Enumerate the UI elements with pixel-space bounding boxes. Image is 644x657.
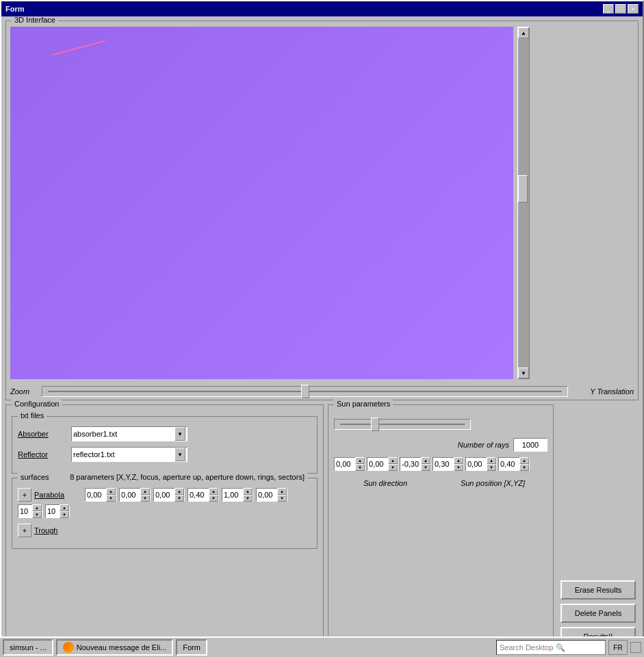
trough-add-button[interactable]: +: [18, 524, 31, 537]
right-buttons: Erase Results Delete Panels Results!!: [558, 404, 639, 652]
absorber-row: Absorber absorber1.txt ▼: [18, 426, 311, 441]
absorber-combo[interactable]: absorber1.txt ▼: [71, 426, 188, 441]
window-content: 3D Interface ▲ ▼ Zoom Y Translatio: [1, 16, 643, 656]
zoom-row: Zoom Y Translation: [6, 383, 638, 400]
sun-spin-down-3[interactable]: ▼: [454, 464, 463, 471]
sun-spin-5[interactable]: 0,40 ▲ ▼: [498, 457, 530, 471]
sun-direction-label: Sun direction: [334, 479, 437, 487]
interface-3d-content: ▲ ▼: [6, 21, 638, 383]
sun-spin-down-1[interactable]: ▼: [388, 464, 398, 471]
maximize-button[interactable]: □: [615, 4, 626, 14]
sun-spin-3[interactable]: 0,30 ▲ ▼: [433, 457, 464, 471]
parabola-spin-5[interactable]: 0,00 ▲ ▼: [256, 488, 287, 502]
taskbar-search-box[interactable]: Search Desktop 🔍: [496, 640, 606, 655]
spin-up-0[interactable]: ▲: [106, 488, 116, 495]
zoom-label: Zoom: [10, 387, 38, 396]
parabola-spin-1[interactable]: 0,00 ▲ ▼: [119, 488, 151, 502]
3d-viewport[interactable]: [10, 27, 513, 379]
spin-down-0[interactable]: ▼: [106, 495, 116, 502]
sun-slider-thumb[interactable]: [371, 417, 379, 431]
parabola-spin-2[interactable]: 0,00 ▲ ▼: [153, 488, 185, 502]
sun-spin-down-4[interactable]: ▼: [487, 464, 496, 471]
parabola-spin-4[interactable]: 1,00 ▲ ▼: [222, 488, 253, 502]
taskbar-form[interactable]: Form: [176, 639, 207, 656]
absorber-combo-arrow[interactable]: ▼: [175, 427, 185, 441]
scroll-thumb[interactable]: [518, 175, 528, 203]
interface-3d-group: 3D Interface ▲ ▼ Zoom Y Translatio: [5, 21, 639, 400]
language-button[interactable]: FR: [608, 640, 628, 655]
spin-up-7[interactable]: ▲: [60, 504, 69, 511]
sun-parameters-group: Sun parameters Number of rays 1000: [328, 404, 554, 652]
spin-down-5[interactable]: ▼: [277, 495, 287, 502]
sun-spin-1[interactable]: 0,00 ▲ ▼: [367, 457, 398, 471]
trough-row: + Trough: [18, 524, 311, 537]
close-button[interactable]: ×: [628, 4, 639, 14]
sun-spin-up-3[interactable]: ▲: [454, 457, 463, 464]
sun-spin-up-1[interactable]: ▲: [388, 457, 398, 464]
spin-down-7[interactable]: ▼: [60, 511, 69, 518]
scroll-down-button[interactable]: ▼: [518, 368, 529, 378]
spin-up-3[interactable]: ▲: [209, 488, 218, 495]
sun-parameters-label: Sun parameters: [334, 400, 393, 408]
sun-spin-up-0[interactable]: ▲: [355, 457, 365, 464]
sun-spin-down-0[interactable]: ▼: [355, 464, 365, 471]
reflector-row: Reflector reflector1.txt ▼: [18, 447, 311, 462]
config-content: txt files Absorber absorber1.txt ▼ Refle…: [6, 405, 323, 554]
parabola-name: Parabola: [34, 491, 82, 499]
sun-spin-up-5[interactable]: ▲: [519, 457, 529, 464]
spin-up-2[interactable]: ▲: [175, 488, 184, 495]
erase-results-button[interactable]: Erase Results: [561, 580, 636, 600]
taskbar-nouveau-label: Nouveau message de Eli...: [77, 643, 166, 652]
sun-position-label: Sun position [X,YZ]: [438, 479, 548, 487]
scroll-track[interactable]: [518, 38, 529, 368]
absorber-label: Absorber: [18, 430, 66, 438]
spin-up-1[interactable]: ▲: [140, 488, 150, 495]
sun-spin-2[interactable]: -0,30 ▲ ▼: [400, 457, 431, 471]
zoom-thumb[interactable]: [301, 385, 309, 398]
taskbar-simsun[interactable]: simsun - ...: [3, 639, 53, 656]
spin-down-1[interactable]: ▼: [140, 495, 150, 502]
spin-up-6[interactable]: ▲: [32, 504, 42, 511]
parabola-spin-0[interactable]: 0,00 ▲ ▼: [85, 488, 116, 502]
sun-spin-down-5[interactable]: ▼: [519, 464, 529, 471]
zoom-slider[interactable]: [42, 386, 568, 397]
spin-down-4[interactable]: ▼: [243, 495, 253, 502]
parabola-spin-7[interactable]: 10 ▲ ▼: [45, 504, 70, 518]
spin-up-4[interactable]: ▲: [243, 488, 253, 495]
parabola-add-button[interactable]: +: [18, 488, 31, 502]
sun-labels-row: Sun direction Sun position [X,YZ]: [334, 479, 548, 487]
surfaces-params-label: 8 parameters [X,Y,Z, focus, aperture up,…: [70, 473, 305, 481]
spin-up-5[interactable]: ▲: [277, 488, 287, 495]
sun-spin-down-2[interactable]: ▼: [421, 464, 430, 471]
sun-slider[interactable]: [334, 419, 471, 430]
parabola-spin-6[interactable]: 10 ▲ ▼: [18, 504, 42, 518]
surfaces-group: surfaces 8 parameters [X,Y,Z, focus, ape…: [12, 478, 318, 549]
taskbar-nouveau[interactable]: Nouveau message de Eli...: [56, 639, 173, 656]
reflector-combo[interactable]: reflector1.txt ▼: [71, 447, 188, 462]
scroll-up-button[interactable]: ▲: [518, 27, 529, 38]
spin-down-6[interactable]: ▼: [32, 511, 42, 518]
surfaces-label: surfaces 8 parameters [X,Y,Z, focus, ape…: [18, 473, 307, 481]
sun-spin-up-2[interactable]: ▲: [421, 457, 430, 464]
reflector-combo-arrow[interactable]: ▼: [175, 448, 185, 461]
minimize-button[interactable]: _: [603, 4, 614, 14]
rays-row: Number of rays 1000: [334, 438, 548, 452]
system-tray-icon: [630, 642, 641, 653]
title-bar-buttons: _ □ ×: [603, 4, 639, 14]
rays-input[interactable]: 1000: [513, 438, 548, 452]
parabola-spin-3[interactable]: 0,40 ▲ ▼: [188, 488, 219, 502]
vertical-scrollbar[interactable]: ▲ ▼: [517, 27, 530, 379]
parabola-row: + Parabola 0,00 ▲ ▼ 0,00: [18, 488, 311, 518]
interface-3d-label: 3D Interface: [12, 16, 58, 24]
spin-down-2[interactable]: ▼: [175, 495, 184, 502]
sun-spin-up-4[interactable]: ▲: [487, 457, 496, 464]
search-icon: 🔍: [556, 643, 565, 652]
sun-spin-4[interactable]: 0,00 ▲ ▼: [465, 457, 497, 471]
rays-label: Number of rays: [458, 441, 509, 449]
sun-spin-0[interactable]: 0,00 ▲ ▼: [334, 457, 365, 471]
sun-slider-track: [340, 424, 465, 425]
reflector-value: reflector1.txt: [73, 450, 115, 459]
taskbar-search-placeholder: Search Desktop: [500, 643, 553, 652]
delete-panels-button[interactable]: Delete Panels: [561, 604, 636, 623]
spin-down-3[interactable]: ▼: [209, 495, 218, 502]
